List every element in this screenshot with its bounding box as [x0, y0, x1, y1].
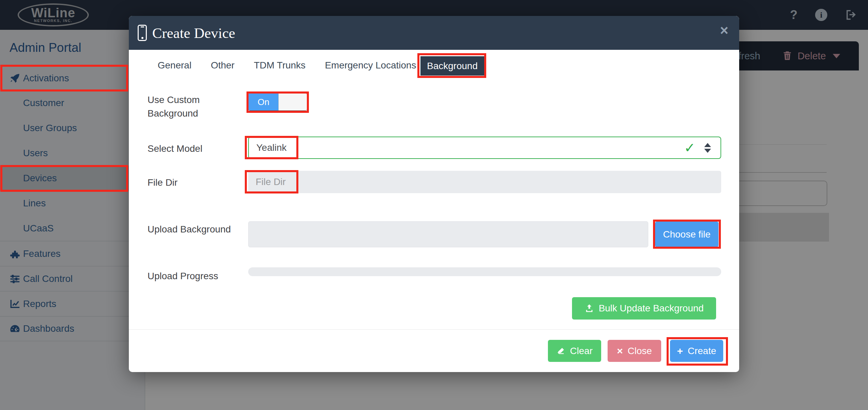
upload-progress-label: Upload Progress: [147, 269, 232, 283]
create-button[interactable]: + Create: [670, 340, 723, 362]
bulk-update-background-button[interactable]: Bulk Update Background: [572, 297, 716, 320]
upload-progress-bar: [248, 267, 721, 276]
plus-icon: +: [677, 346, 683, 356]
upload-icon: [585, 304, 594, 313]
create-device-modal: Create Device × General Other TDM Trunks…: [129, 16, 739, 372]
screen: WiLine NETWORKS, INC. ? i Admin Portal A…: [0, 0, 868, 410]
select-model-label: Select Model: [147, 142, 232, 156]
select-model-dropdown[interactable]: Yealink ✓: [248, 137, 721, 159]
upload-background-label: Upload Background: [147, 223, 232, 236]
upload-background-input[interactable]: [248, 221, 648, 247]
clear-button[interactable]: Clear: [548, 340, 601, 362]
toggle-on-segment: On: [249, 94, 278, 110]
use-custom-background-toggle[interactable]: On: [248, 93, 307, 111]
select-caret-icon: [704, 143, 711, 153]
file-dir-label: File Dir: [147, 176, 232, 189]
x-icon: ×: [617, 346, 623, 356]
select-model-value: Yealink: [256, 142, 287, 153]
toggle-off-segment: [278, 94, 307, 110]
valid-check-icon: ✓: [684, 140, 695, 156]
choose-file-button[interactable]: Choose file: [655, 222, 718, 247]
footer-divider: [129, 329, 739, 330]
use-custom-background-label: Use Custom Background: [147, 93, 232, 120]
close-button[interactable]: × Close: [608, 340, 661, 362]
modal-body: Use Custom Background On Select Model Ye…: [129, 16, 739, 372]
eraser-icon: [556, 347, 565, 355]
file-dir-input[interactable]: [248, 171, 721, 193]
